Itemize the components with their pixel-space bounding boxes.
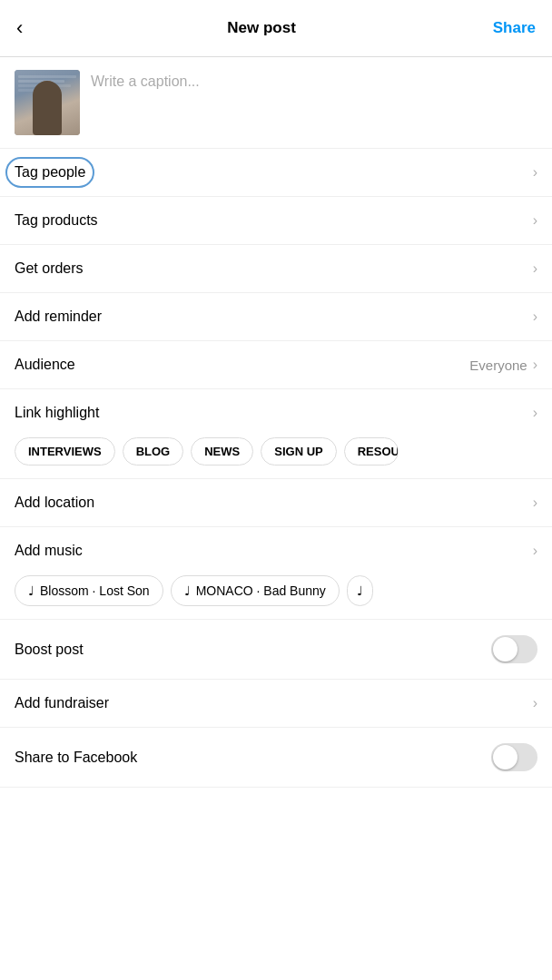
caption-input[interactable]: Write a caption... [91, 70, 200, 90]
tag-people-label: Tag people [15, 164, 85, 180]
back-button[interactable]: ‹ [16, 13, 30, 44]
chip-interviews[interactable]: INTERVIEWS [15, 437, 115, 466]
page-title: New post [227, 19, 296, 37]
link-highlight-chevron: › [533, 405, 537, 421]
boost-post-toggle-knob [493, 637, 518, 662]
get-orders-right: › [533, 260, 537, 277]
link-highlight-row[interactable]: Link highlight › [0, 389, 552, 428]
add-reminder-chevron: › [533, 309, 537, 325]
audience-label: Audience [15, 357, 75, 373]
link-highlight-label: Link highlight [15, 405, 99, 421]
get-orders-chevron: › [533, 260, 537, 277]
boost-post-row: Boost post [0, 620, 552, 680]
add-reminder-row[interactable]: Add reminder › [0, 293, 552, 341]
audience-chevron: › [533, 357, 537, 373]
share-facebook-toggle-knob [493, 745, 518, 769]
chip-resou[interactable]: RESOU [344, 437, 399, 466]
add-reminder-label: Add reminder [15, 309, 102, 325]
music-chips-row: ♩ Blossom · Lost Son ♩ MONACO · Bad Bunn… [0, 566, 552, 620]
post-thumbnail [15, 70, 80, 135]
music-chip-blossom[interactable]: ♩ Blossom · Lost Son [15, 575, 163, 606]
add-music-chevron: › [533, 543, 537, 559]
add-music-label: Add music [15, 543, 83, 559]
add-fundraiser-label: Add fundraiser [15, 695, 109, 711]
add-location-row[interactable]: Add location › [0, 479, 552, 527]
add-fundraiser-row[interactable]: Add fundraiser › [0, 680, 552, 728]
audience-right: Everyone › [469, 357, 537, 373]
music-note-icon-1: ♩ [28, 583, 34, 598]
audience-value: Everyone [469, 358, 527, 373]
link-highlight-right: › [533, 405, 537, 421]
tag-products-right: › [533, 212, 537, 229]
music-chip-monaco-label: MONACO · Bad Bunny [196, 583, 326, 598]
music-note-icon-2: ♩ [184, 583, 191, 598]
share-facebook-row: Share to Facebook [0, 728, 552, 788]
audience-row[interactable]: Audience Everyone › [0, 341, 552, 389]
chip-blog[interactable]: BLOG [123, 437, 184, 466]
add-location-label: Add location [15, 495, 94, 511]
share-facebook-toggle[interactable] [491, 743, 537, 771]
add-location-chevron: › [533, 495, 537, 511]
tag-people-row[interactable]: Tag people › [0, 149, 552, 197]
tag-people-chevron: › [533, 164, 537, 181]
chip-news[interactable]: NEWS [191, 437, 253, 466]
boost-post-toggle[interactable] [491, 635, 537, 663]
tag-people-label-wrapper: Tag people [15, 164, 85, 181]
tag-products-label: Tag products [15, 212, 98, 229]
chip-signup[interactable]: SIGN UP [261, 437, 336, 466]
get-orders-label: Get orders [15, 260, 84, 277]
caption-area: Write a caption... [0, 57, 552, 149]
add-music-right: › [533, 543, 537, 559]
music-chip-monaco[interactable]: ♩ MONACO · Bad Bunny [171, 575, 340, 606]
boost-post-label: Boost post [15, 642, 84, 658]
get-orders-row[interactable]: Get orders › [0, 245, 552, 293]
tag-products-chevron: › [533, 212, 537, 229]
link-chips-row: INTERVIEWS BLOG NEWS SIGN UP RESOU [0, 428, 552, 479]
add-fundraiser-right: › [533, 695, 537, 711]
music-chip-blossom-label: Blossom · Lost Son [40, 583, 150, 598]
share-facebook-label: Share to Facebook [15, 750, 137, 766]
tag-products-row[interactable]: Tag products › [0, 197, 552, 245]
share-button[interactable]: Share [493, 19, 536, 37]
add-fundraiser-chevron: › [533, 695, 537, 711]
add-reminder-right: › [533, 309, 537, 325]
add-location-right: › [533, 495, 537, 511]
header: ‹ New post Share [0, 0, 552, 57]
add-music-row[interactable]: Add music › [0, 527, 552, 566]
music-note-icon-3: ♩ [357, 583, 363, 598]
music-chip-more[interactable]: ♩ [347, 575, 373, 606]
